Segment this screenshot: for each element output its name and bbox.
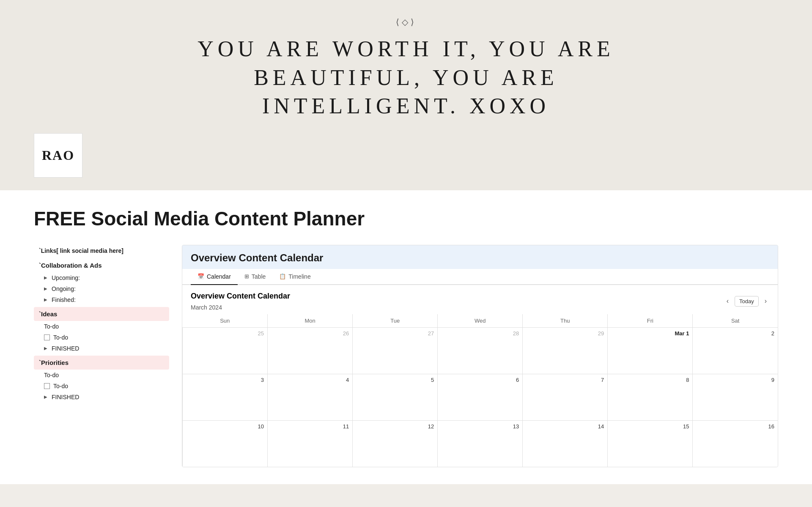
timeline-tab-icon: 📋 — [279, 273, 286, 280]
checkbox-icon[interactable] — [44, 383, 50, 389]
sidebar-links-header[interactable]: `Links[ link social media here] — [34, 245, 169, 257]
day-num: 4 — [271, 377, 349, 383]
logo: RAO — [34, 133, 82, 178]
tab-calendar[interactable]: 📅 Calendar — [191, 269, 238, 285]
main-content: FREE Social Media Content Planner `Links… — [0, 190, 812, 485]
sidebar-collab-upcoming-label: Upcoming: — [52, 274, 80, 281]
calendar-inner-title: Overview Content Calendar March 2024 — [191, 292, 290, 311]
ideas-todo-label: To-do — [44, 323, 59, 330]
sidebar-links-section: `Links[ link social media here] — [34, 245, 169, 257]
sidebar-collab-section: `Collaboration & Ads ▶ Upcoming: ▶ Ongoi… — [34, 258, 169, 305]
col-sun: Sun — [183, 314, 268, 328]
cell-mar3[interactable]: 3 — [183, 374, 268, 420]
col-wed: Wed — [438, 314, 523, 328]
sidebar-priorities-section: `Priorities To-do To-do ▶ FINISHED — [34, 356, 169, 403]
cell-mar11[interactable]: 11 — [268, 420, 353, 467]
day-num: 13 — [441, 423, 519, 430]
sidebar-priorities-todo-checkbox[interactable]: To-do — [34, 381, 169, 392]
arrow-icon: ▶ — [44, 395, 47, 399]
day-num: 16 — [696, 423, 774, 430]
ideas-todo-checkbox-label: To-do — [53, 334, 68, 341]
sidebar-priorities-todo-text[interactable]: To-do — [34, 370, 169, 381]
cell-feb27[interactable]: 27 — [353, 327, 438, 374]
sidebar-ideas-finished[interactable]: ▶ FINISHED — [34, 343, 169, 354]
sidebar-ideas-section: `Ideas To-do To-do ▶ FINISHED — [34, 307, 169, 354]
hero-title-line3: INTELLIGENT. XOXO — [8, 92, 804, 121]
calendar-body: Overview Content Calendar March 2024 ‹ T… — [182, 285, 778, 467]
cell-feb29[interactable]: 29 — [523, 327, 608, 374]
sidebar-ideas-header[interactable]: `Ideas — [34, 307, 169, 321]
day-num: 11 — [271, 423, 349, 430]
day-num: 10 — [186, 423, 264, 430]
day-num: 15 — [611, 423, 689, 430]
calendar-title: Overview Content Calendar — [191, 292, 290, 301]
cell-mar7[interactable]: 7 — [523, 374, 608, 420]
col-sat: Sat — [693, 314, 778, 328]
left-sidebar: `Links[ link social media here] `Collabo… — [34, 245, 169, 468]
hero-title-line1: YOU ARE WORTH IT, YOU ARE — [8, 35, 804, 63]
priorities-todo-checkbox-label: To-do — [53, 383, 68, 389]
calendar-header-row: Sun Mon Tue Wed Thu Fri Sat — [183, 314, 778, 328]
col-thu: Thu — [523, 314, 608, 328]
cell-mar6[interactable]: 6 — [438, 374, 523, 420]
tab-timeline[interactable]: 📋 Timeline — [272, 269, 317, 285]
sidebar-collab-header[interactable]: `Collaboration & Ads — [34, 258, 169, 272]
cell-mar5[interactable]: 5 — [353, 374, 438, 420]
calendar-month: March 2024 — [191, 304, 290, 311]
tab-table[interactable]: ⊞ Table — [238, 269, 272, 285]
arrow-icon: ▶ — [44, 297, 47, 302]
day-num: 5 — [356, 377, 434, 383]
priorities-todo-label: To-do — [44, 372, 59, 378]
tab-calendar-label: Calendar — [207, 273, 231, 280]
sidebar-priorities-finished[interactable]: ▶ FINISHED — [34, 392, 169, 403]
cell-mar15[interactable]: 15 — [608, 420, 693, 467]
calendar-container: Overview Content Calendar 📅 Calendar ⊞ T… — [182, 245, 778, 468]
calendar-nav: ‹ Today › — [724, 296, 769, 307]
day-num: 28 — [441, 330, 519, 337]
checkbox-icon[interactable] — [44, 334, 50, 340]
calendar-section-title: Overview Content Calendar — [182, 245, 778, 269]
sidebar-collab-upcoming[interactable]: ▶ Upcoming: — [34, 272, 169, 283]
sidebar-ideas-todo-checkbox[interactable]: To-do — [34, 332, 169, 343]
cell-mar10[interactable]: 10 — [183, 420, 268, 467]
sidebar-ideas-todo-text[interactable]: To-do — [34, 321, 169, 332]
calendar-tabs: 📅 Calendar ⊞ Table 📋 Timeline — [182, 269, 778, 285]
sidebar-priorities-header[interactable]: `Priorities — [34, 356, 169, 370]
calendar-week-3: 10 11 12 13 14 15 16 — [183, 420, 778, 467]
sidebar-collab-ongoing[interactable]: ▶ Ongoing: — [34, 283, 169, 294]
col-mon: Mon — [268, 314, 353, 328]
calendar-tab-icon: 📅 — [198, 273, 204, 280]
cell-feb25[interactable]: 25 — [183, 327, 268, 374]
cell-mar13[interactable]: 13 — [438, 420, 523, 467]
right-content: Overview Content Calendar 📅 Calendar ⊞ T… — [182, 245, 778, 468]
cell-feb26[interactable]: 26 — [268, 327, 353, 374]
ideas-finished-label: FINISHED — [52, 345, 79, 352]
cell-mar14[interactable]: 14 — [523, 420, 608, 467]
calendar-week-2: 3 4 5 6 7 8 9 — [183, 374, 778, 420]
day-num: 26 — [271, 330, 349, 337]
cell-mar4[interactable]: 4 — [268, 374, 353, 420]
cell-mar16[interactable]: 16 — [693, 420, 778, 467]
next-month-button[interactable]: › — [762, 296, 769, 306]
hero-banner: ⟨◇⟩ YOU ARE WORTH IT, YOU ARE BEAUTIFUL,… — [0, 0, 812, 133]
day-num: 2 — [696, 330, 774, 337]
cell-mar2[interactable]: 2 — [693, 327, 778, 374]
day-num: 9 — [696, 377, 774, 383]
page-title: FREE Social Media Content Planner — [34, 207, 778, 230]
day-num: 3 — [186, 377, 264, 383]
cell-mar9[interactable]: 9 — [693, 374, 778, 420]
cell-mar8[interactable]: 8 — [608, 374, 693, 420]
logo-section: RAO — [0, 133, 812, 190]
day-num: 27 — [356, 330, 434, 337]
arrow-icon: ▶ — [44, 346, 47, 351]
tab-table-label: Table — [252, 273, 266, 280]
cell-mar12[interactable]: 12 — [353, 420, 438, 467]
prev-month-button[interactable]: ‹ — [724, 296, 731, 306]
cell-mar1[interactable]: Mar 1 — [608, 327, 693, 374]
day-num: 6 — [441, 377, 519, 383]
sidebar-collab-finished-label: Finished: — [52, 296, 76, 303]
today-button[interactable]: Today — [735, 296, 759, 307]
cell-feb28[interactable]: 28 — [438, 327, 523, 374]
day-num: 7 — [526, 377, 604, 383]
sidebar-collab-finished[interactable]: ▶ Finished: — [34, 294, 169, 305]
